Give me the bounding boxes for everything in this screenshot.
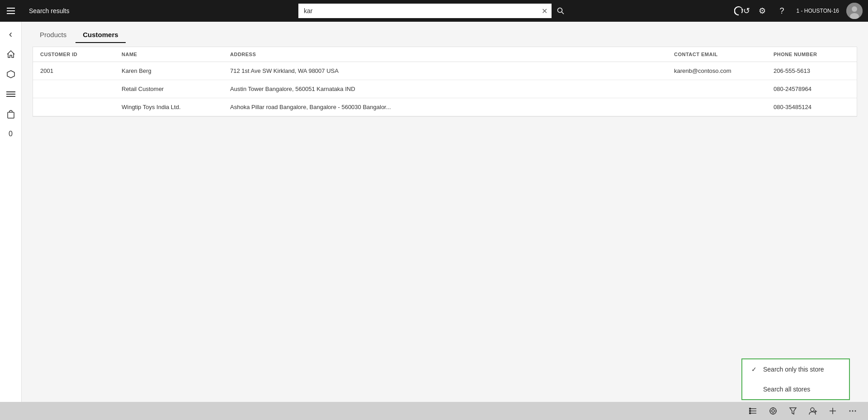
tab-products[interactable]: Products: [33, 27, 74, 43]
search-only-this-store-option[interactable]: ✓ Search only this store: [742, 359, 849, 379]
cell-address-2: Ashoka Pillar road Bangalore, Bangalore …: [223, 98, 667, 116]
table-row[interactable]: Retail Customer Austin Tower Bangalore, …: [33, 80, 857, 98]
search-scope-popup: ✓ Search only this store ✓ Search all st…: [741, 358, 850, 400]
cell-name-0: Karen Berg: [114, 62, 223, 80]
main-content: Products Customers CUSTOMER ID NAME ADDR…: [22, 22, 868, 402]
cell-address-0: 712 1st Ave SW Kirkland, WA 98007 USA: [223, 62, 667, 80]
svg-point-3: [852, 6, 857, 12]
cell-address-1: Austin Tower Bangalore, 560051 Karnataka…: [223, 80, 667, 98]
refresh-button[interactable]: ↺: [733, 2, 751, 20]
svg-rect-6: [6, 91, 15, 92]
svg-rect-13: [749, 408, 751, 410]
customers-table: CUSTOMER ID NAME ADDRESS CONTACT EMAIL P…: [33, 47, 857, 117]
topbar: Search results ✕ ↺ ⚙ ? 1 - HOUSTON-16: [0, 0, 868, 22]
tabs-bar: Products Customers: [22, 22, 868, 43]
cell-customer-id-2: [33, 98, 114, 116]
col-address: ADDRESS: [223, 47, 667, 62]
more-button[interactable]: [844, 403, 861, 419]
check-icon: ✓: [751, 366, 759, 373]
svg-point-0: [558, 8, 562, 13]
hamburger-icon: [7, 8, 15, 14]
svg-point-17: [772, 410, 774, 412]
plus-icon: [829, 407, 837, 415]
filter-button[interactable]: [785, 403, 801, 419]
svg-line-1: [562, 12, 564, 14]
svg-point-30: [855, 410, 856, 412]
clear-search-button[interactable]: ✕: [537, 4, 552, 18]
menu-button[interactable]: [0, 0, 22, 22]
cell-name-2: Wingtip Toys India Ltd.: [114, 98, 223, 116]
help-button[interactable]: ?: [773, 2, 791, 20]
svg-rect-7: [6, 94, 15, 95]
cell-email-1: [667, 80, 766, 98]
cell-phone-2: 080-35485124: [766, 98, 857, 116]
list-view-button[interactable]: [745, 403, 761, 419]
topbar-title: Search results: [22, 7, 76, 14]
svg-rect-14: [749, 410, 751, 412]
svg-rect-9: [8, 112, 14, 118]
products-nav-button[interactable]: [2, 65, 20, 83]
col-phone-number: PHONE NUMBER: [766, 47, 857, 62]
back-button[interactable]: ‹: [2, 25, 20, 43]
cell-customer-id-1: [33, 80, 114, 98]
table-row[interactable]: 2001 Karen Berg 712 1st Ave SW Kirkland,…: [33, 62, 857, 80]
target-button[interactable]: [765, 403, 781, 419]
cell-name-1: Retail Customer: [114, 80, 223, 98]
table-row[interactable]: Wingtip Toys India Ltd. Ashoka Pillar ro…: [33, 98, 857, 116]
add-button[interactable]: [825, 403, 841, 419]
svg-point-28: [849, 410, 851, 412]
home-button[interactable]: [2, 45, 20, 63]
search-go-button[interactable]: [552, 4, 570, 18]
svg-marker-5: [7, 71, 14, 78]
bottombar: [0, 402, 868, 420]
zero-nav-button[interactable]: 0: [2, 125, 20, 143]
cell-email-0: karenb@contoso.com: [667, 62, 766, 80]
table-header: CUSTOMER ID NAME ADDRESS CONTACT EMAIL P…: [33, 47, 857, 62]
more-icon: [849, 407, 857, 415]
svg-point-23: [811, 408, 814, 411]
cell-phone-0: 206-555-5613: [766, 62, 857, 80]
cell-email-2: [667, 98, 766, 116]
cell-phone-1: 080-24578964: [766, 80, 857, 98]
search-only-store-label: Search only this store: [763, 366, 824, 373]
svg-point-29: [852, 410, 854, 412]
svg-rect-15: [749, 412, 751, 414]
col-contact-email: CONTACT EMAIL: [667, 47, 766, 62]
sidebar: ‹ 0: [0, 22, 22, 402]
search-all-stores-option[interactable]: ✓ Search all stores: [742, 379, 849, 399]
orders-nav-button[interactable]: [2, 105, 20, 123]
svg-rect-8: [6, 96, 15, 97]
cell-customer-id-0: 2001: [33, 62, 114, 80]
store-info: 1 - HOUSTON-16: [793, 8, 843, 14]
refresh-icon: [734, 6, 743, 15]
col-name: NAME: [114, 47, 223, 62]
list-icon: [749, 407, 757, 415]
tab-customers[interactable]: Customers: [75, 27, 125, 43]
user-avatar[interactable]: [846, 3, 863, 19]
search-bar: ✕: [298, 4, 570, 18]
settings-button[interactable]: ⚙: [753, 2, 771, 20]
search-icon: [557, 7, 564, 14]
col-customer-id: CUSTOMER ID: [33, 47, 114, 62]
user-icon: [809, 407, 817, 415]
user-add-button[interactable]: [805, 403, 821, 419]
search-all-stores-label: Search all stores: [763, 386, 810, 393]
topbar-right: ↺ ⚙ ? 1 - HOUSTON-16: [733, 2, 868, 20]
filter-icon: [789, 407, 797, 415]
target-icon: [769, 407, 777, 415]
menu-nav-button[interactable]: [2, 85, 20, 103]
search-input[interactable]: [298, 4, 537, 18]
svg-point-16: [770, 408, 776, 414]
svg-marker-22: [790, 408, 796, 414]
